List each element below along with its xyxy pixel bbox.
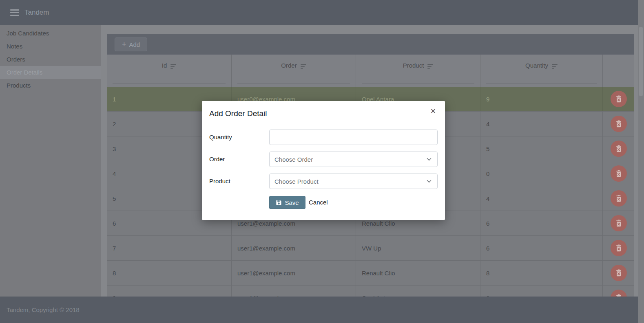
- save-button[interactable]: Save: [269, 196, 305, 209]
- close-icon[interactable]: ×: [427, 105, 439, 117]
- product-label: Product: [209, 174, 268, 189]
- add-order-detail-modal: Add Order Detail × Quantity Order Choose…: [202, 101, 445, 220]
- chevron-down-icon: [426, 178, 432, 185]
- order-select-value: Choose Order: [274, 156, 313, 163]
- save-icon: [276, 200, 282, 206]
- chevron-down-icon: [426, 156, 432, 163]
- save-button-label: Save: [285, 199, 299, 206]
- quantity-label: Quantity: [209, 130, 268, 145]
- product-select-value: Choose Product: [274, 178, 319, 185]
- product-select[interactable]: Choose Product: [269, 174, 438, 189]
- order-label: Order: [209, 152, 268, 167]
- cancel-button[interactable]: Cancel: [309, 196, 328, 209]
- app-window: Tandem Job CandidatesNotesOrdersOrder De…: [0, 0, 644, 323]
- modal-title: Add Order Detail: [209, 109, 267, 118]
- order-select[interactable]: Choose Order: [269, 152, 438, 167]
- quantity-input[interactable]: [269, 130, 438, 145]
